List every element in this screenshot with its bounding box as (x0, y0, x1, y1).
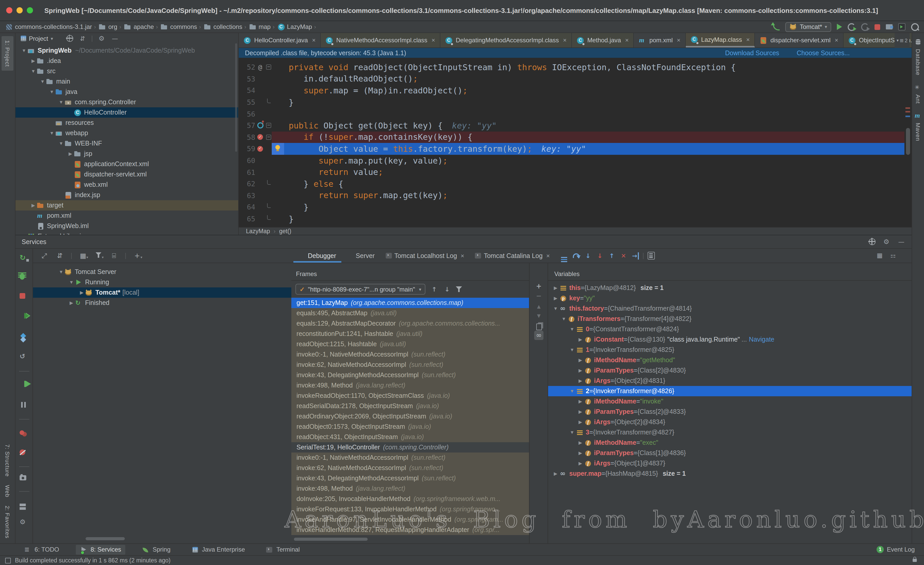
project-tree-item[interactable]: .idea (15, 56, 238, 66)
close-tab-icon[interactable]: × (546, 252, 550, 259)
coverage-button[interactable] (861, 23, 869, 31)
editor-tab[interactable]: dispatcher-servlet.xml × (755, 33, 843, 48)
line-number[interactable]: 59 (239, 145, 255, 153)
choose-sources-link[interactable]: Choose Sources... (796, 49, 850, 57)
service-tree-item[interactable]: Running (33, 277, 291, 287)
variable-row[interactable]: iParamTypes = {Class[1]@4836} (548, 448, 912, 458)
toolwindow-button[interactable]: Database (912, 38, 924, 78)
add-watch-icon[interactable]: + (534, 282, 543, 291)
update-project-icon[interactable] (773, 24, 780, 30)
intention-bulb-icon[interactable] (272, 143, 284, 155)
stack-frame[interactable]: invoke0:-1, NativeMethodAccessorImpl (su… (291, 349, 529, 360)
tree-twisty-icon[interactable] (78, 290, 85, 295)
tree-twisty-icon[interactable] (577, 440, 584, 445)
step-into-icon[interactable]: ↓ (584, 251, 592, 260)
breadcrumb-item[interactable]: org › (99, 23, 121, 31)
run-button[interactable] (837, 24, 842, 30)
variable-row[interactable]: super.map = {HashMap@4815} size = 1 (548, 469, 912, 479)
line-number[interactable]: 62 (239, 180, 255, 188)
stop-button[interactable] (874, 24, 880, 30)
project-tree-item[interactable]: External Libraries (15, 231, 238, 235)
close-tab-icon[interactable]: × (677, 37, 680, 44)
breadcrumb-item[interactable]: commons › (160, 23, 201, 31)
gutter-icon[interactable] (255, 108, 265, 120)
variable-row[interactable]: iArgs = {Object[2]@4831} (548, 376, 912, 386)
gutter-icon[interactable] (255, 201, 265, 213)
tree-twisty-icon[interactable] (68, 300, 75, 305)
line-number[interactable]: 53 (239, 75, 255, 83)
tree-twisty-icon[interactable] (569, 327, 575, 332)
breadcrumb-item[interactable]: collections › (204, 23, 246, 31)
line-number[interactable]: 60 (239, 156, 255, 165)
tree-twisty-icon[interactable] (577, 419, 584, 425)
toolwindow-button[interactable]: 2: Favorites (0, 501, 15, 542)
code-editor[interactable]: 52 private void readObject(ObjectInputSt… (239, 58, 904, 227)
tree-twisty-icon[interactable] (67, 151, 74, 156)
variable-row[interactable]: iMethodName = "getMethod" (548, 355, 912, 365)
tree-twisty-icon[interactable] (48, 89, 55, 95)
stack-frame[interactable]: readObject:1215, Hashtable (java.util) (291, 339, 529, 349)
fold-marker-icon[interactable] (265, 62, 272, 73)
variable-row[interactable]: iArgs = {Object[1]@4837} (548, 458, 912, 469)
stack-frame[interactable]: readSerialData:2178, ObjectInputStream (… (291, 401, 529, 411)
gutter-icon[interactable] (255, 213, 265, 224)
minimize-window-button[interactable] (16, 7, 22, 14)
variable-row[interactable]: 2 = {InvokerTransformer@4826} (548, 386, 912, 396)
project-tree-item[interactable]: webapp (15, 128, 238, 138)
fold-marker-icon[interactable] (265, 178, 272, 189)
close-window-button[interactable] (6, 7, 12, 14)
tree-twisty-icon[interactable] (58, 99, 64, 105)
zoom-window-button[interactable] (27, 7, 33, 14)
line-number[interactable]: 55 (239, 98, 255, 106)
tree-twisty-icon[interactable] (552, 306, 559, 311)
toolwindow-toggle-icon[interactable] (5, 557, 11, 563)
stack-frame[interactable]: invokeReadObject:1170, ObjectStreamClass… (291, 391, 529, 401)
line-number[interactable]: 56 (239, 110, 255, 118)
tree-twisty-icon[interactable] (577, 399, 584, 404)
table-view-icon[interactable]: ▦ (876, 251, 884, 260)
stack-frame[interactable]: get:151, LazyMap (org.apache.commons.col… (291, 298, 529, 308)
run-configuration-combo[interactable]: Tomcat* ▾ (785, 22, 831, 32)
thread-dump-icon[interactable] (20, 474, 29, 483)
gutter-icon[interactable] (255, 85, 265, 96)
stack-frame[interactable]: equals:495, AbstractMap (java.util) (291, 308, 529, 319)
gutter-icon[interactable] (255, 131, 265, 143)
gutter-icon[interactable] (255, 73, 265, 85)
download-sources-link[interactable]: Download Sources (725, 49, 779, 57)
fold-marker-icon[interactable] (265, 201, 272, 213)
step-over-icon[interactable] (572, 251, 580, 260)
tree-twisty-icon[interactable] (39, 79, 46, 84)
mute-breakpoints-icon[interactable] (20, 428, 29, 437)
project-tree-item[interactable]: src (15, 66, 238, 77)
fold-marker-icon[interactable] (265, 120, 272, 131)
variable-row[interactable]: this = {LazyMap@4812} size = 1 (548, 283, 912, 293)
hide-frames-filter-icon[interactable] (456, 286, 462, 292)
variable-row[interactable]: 3 = {InvokerTransformer@4827} (548, 427, 912, 437)
layout-icon[interactable] (20, 500, 29, 510)
toolwindow-button[interactable]: 8: Services (75, 545, 125, 554)
readonly-lock-icon[interactable] (913, 559, 917, 562)
line-number[interactable]: 52 (239, 63, 255, 71)
variable-row[interactable]: iMethodName = "exec" (548, 437, 912, 448)
drop-frame-icon[interactable]: ✕ (620, 251, 628, 260)
tree-twisty-icon[interactable] (577, 461, 584, 466)
project-tree-item[interactable]: java (15, 87, 238, 97)
expand-all-icon[interactable]: ⤢ (40, 251, 48, 260)
project-tree-item[interactable]: applicationContext.xml (15, 159, 238, 169)
variable-row[interactable]: iParamTypes = {Class[2]@4833} (548, 407, 912, 417)
gear-icon[interactable]: ⚙ (98, 34, 106, 42)
gutter-icon[interactable] (255, 155, 265, 167)
fold-marker-icon[interactable] (265, 96, 272, 108)
hidden-tabs-chip[interactable]: ▾ ≡ 2 (895, 33, 910, 48)
variable-row[interactable]: key = "yy" (548, 293, 912, 304)
project-tree-item[interactable]: WEB-INF (15, 138, 238, 149)
editor-tab[interactable]: NativeMethodAccessorImpl.class × (321, 33, 440, 48)
collapse-all-icon[interactable]: ⇵ (56, 251, 64, 260)
toolwindow-button[interactable]: Java Enterprise (187, 545, 249, 554)
terminal-run-icon[interactable] (898, 23, 905, 30)
previous-frame-icon[interactable]: ↑ (430, 285, 438, 293)
settings-gear-icon[interactable]: ⚙ (20, 518, 29, 527)
project-tree-item[interactable]: index.jsp (15, 190, 238, 200)
rerun-icon[interactable]: ↻ (20, 253, 29, 262)
filter-icon[interactable]: ▾ (94, 251, 103, 260)
